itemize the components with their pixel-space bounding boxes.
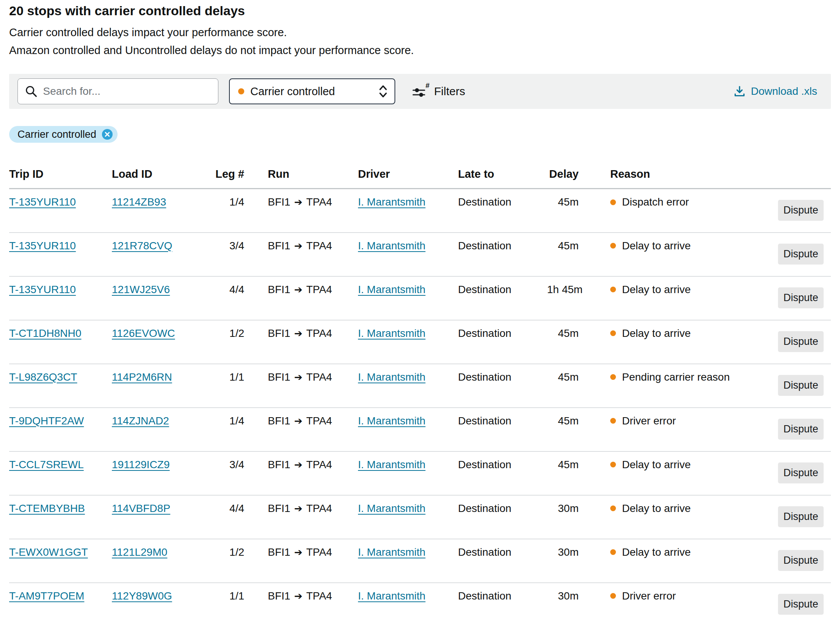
run-origin: BFI1	[268, 590, 290, 602]
load-id-link[interactable]: 11214ZB93	[112, 196, 166, 208]
trip-id-cell: T-L98Z6Q3CT	[9, 364, 112, 408]
trip-id-link[interactable]: T-CT1DH8NH0	[9, 327, 81, 339]
driver-link[interactable]: I. Marantsmith	[358, 327, 425, 339]
run-cell: BFI1➔TPA4	[268, 451, 358, 495]
run-cell: BFI1➔TPA4	[268, 233, 358, 276]
load-id-link[interactable]: 112Y89W0G	[112, 590, 172, 602]
load-id-cell: 1126EVOWC	[112, 320, 213, 364]
driver-cell: I. Marantsmith	[358, 364, 458, 408]
run-destination: TPA4	[306, 590, 332, 602]
trip-id-link[interactable]: T-AM9T7POEM	[9, 590, 84, 602]
arrow-right-icon: ➔	[294, 503, 302, 514]
load-id-link[interactable]: 114ZJNAD2	[112, 415, 169, 427]
run-origin: BFI1	[268, 459, 290, 470]
dispute-button[interactable]: Dispute	[778, 550, 824, 571]
reason-status-dot-icon	[610, 505, 616, 511]
driver-link[interactable]: I. Marantsmith	[358, 371, 425, 383]
trip-id-link[interactable]: T-9DQHTF2AW	[9, 415, 84, 427]
run-origin: BFI1	[268, 284, 290, 295]
trip-id-link[interactable]: T-L98Z6Q3CT	[9, 371, 77, 383]
load-id-link[interactable]: 191129ICZ9	[112, 459, 170, 470]
delay-cell: 30m	[547, 539, 610, 583]
reason-cell: Delay to arrive	[610, 276, 778, 320]
run-origin: BFI1	[268, 196, 290, 208]
reason-text: Delay to arrive	[622, 240, 691, 252]
arrow-right-icon: ➔	[294, 590, 302, 602]
column-header-leg: Leg #	[213, 143, 268, 189]
load-id-link[interactable]: 121WJ25V6	[112, 284, 170, 295]
driver-link[interactable]: I. Marantsmith	[358, 196, 425, 208]
load-id-link[interactable]: 1126EVOWC	[112, 327, 175, 339]
trip-id-cell: T-135YUR110	[9, 189, 112, 233]
trip-id-cell: T-EWX0W1GGT	[9, 539, 112, 583]
dispute-button[interactable]: Dispute	[778, 506, 824, 527]
column-header-actions	[778, 143, 831, 189]
run-destination: TPA4	[306, 327, 332, 339]
dispute-button[interactable]: Dispute	[778, 244, 824, 265]
load-id-link[interactable]: 121R78CVQ	[112, 240, 172, 252]
reason-cell: Delay to arrive	[610, 233, 778, 276]
driver-link[interactable]: I. Marantsmith	[358, 415, 425, 427]
run-destination: TPA4	[306, 284, 332, 295]
late-to-cell: Destination	[458, 539, 547, 583]
dispute-cell: Dispute	[778, 189, 831, 233]
trip-id-link[interactable]: T-135YUR110	[9, 240, 76, 252]
dispute-cell: Dispute	[778, 364, 831, 408]
subtitle-line-1: Carrier controlled delays impact your pe…	[9, 24, 831, 41]
search-input[interactable]	[43, 85, 212, 97]
load-id-link[interactable]: 114VBFD8P	[112, 502, 170, 514]
reason-text: Dispatch error	[622, 196, 689, 208]
reason-text: Delay to arrive	[622, 327, 691, 340]
trip-id-link[interactable]: T-135YUR110	[9, 196, 76, 208]
run-destination: TPA4	[306, 459, 332, 470]
dispute-cell: Dispute	[778, 276, 831, 320]
download-label: Download .xls	[751, 85, 817, 97]
load-id-link[interactable]: 114P2M6RN	[112, 371, 172, 383]
reason-status-dot-icon	[610, 462, 616, 467]
leg-cell: 1/4	[213, 408, 268, 451]
driver-link[interactable]: I. Marantsmith	[358, 502, 425, 514]
dispute-button[interactable]: Dispute	[778, 462, 824, 483]
load-id-cell: 121R78CVQ	[112, 233, 213, 276]
trip-id-link[interactable]: T-EWX0W1GGT	[9, 546, 88, 558]
driver-link[interactable]: I. Marantsmith	[358, 590, 425, 602]
dispute-button[interactable]: Dispute	[778, 375, 824, 396]
driver-link[interactable]: I. Marantsmith	[358, 546, 425, 558]
driver-cell: I. Marantsmith	[358, 495, 458, 539]
trip-id-link[interactable]: T-CTEMBYBHB	[9, 502, 85, 514]
trip-id-link[interactable]: T-CCL7SREWL	[9, 459, 84, 470]
late-to-cell: Destination	[458, 495, 547, 539]
search-icon	[25, 85, 38, 98]
driver-cell: I. Marantsmith	[358, 539, 458, 583]
late-to-cell: Destination	[458, 320, 547, 364]
run-destination: TPA4	[306, 415, 332, 427]
dispute-button[interactable]: Dispute	[778, 200, 824, 221]
late-to-cell: Destination	[458, 276, 547, 320]
driver-link[interactable]: I. Marantsmith	[358, 240, 425, 252]
dispute-button[interactable]: Dispute	[778, 331, 824, 352]
filters-button[interactable]: # Filters	[412, 83, 465, 100]
column-header-reason: Reason	[610, 143, 778, 189]
dispute-button[interactable]: Dispute	[778, 419, 824, 440]
chip-close-icon[interactable]	[102, 129, 113, 140]
download-xls-link[interactable]: Download .xls	[733, 85, 817, 97]
driver-link[interactable]: I. Marantsmith	[358, 284, 425, 295]
leg-cell: 1/4	[213, 189, 268, 233]
driver-link[interactable]: I. Marantsmith	[358, 459, 425, 470]
delay-type-dropdown[interactable]: Carrier controlled	[229, 78, 395, 104]
column-header-late-to: Late to	[458, 143, 547, 189]
run-destination: TPA4	[306, 546, 332, 558]
dispute-button[interactable]: Dispute	[778, 594, 824, 615]
dispute-button[interactable]: Dispute	[778, 287, 824, 308]
arrow-right-icon: ➔	[294, 240, 302, 252]
table-row: T-135YUR110 121WJ25V6 4/4 BFI1➔TPA4 I. M…	[9, 276, 831, 320]
reason-status-dot-icon	[610, 418, 616, 424]
load-id-link[interactable]: 1121L29M0	[112, 546, 167, 558]
delay-cell: 45m	[547, 451, 610, 495]
late-to-cell: Destination	[458, 408, 547, 451]
load-id-cell: 114VBFD8P	[112, 495, 213, 539]
reason-cell: Driver error	[610, 408, 778, 451]
delay-cell: 45m	[547, 364, 610, 408]
leg-cell: 3/4	[213, 233, 268, 276]
trip-id-link[interactable]: T-135YUR110	[9, 284, 76, 295]
